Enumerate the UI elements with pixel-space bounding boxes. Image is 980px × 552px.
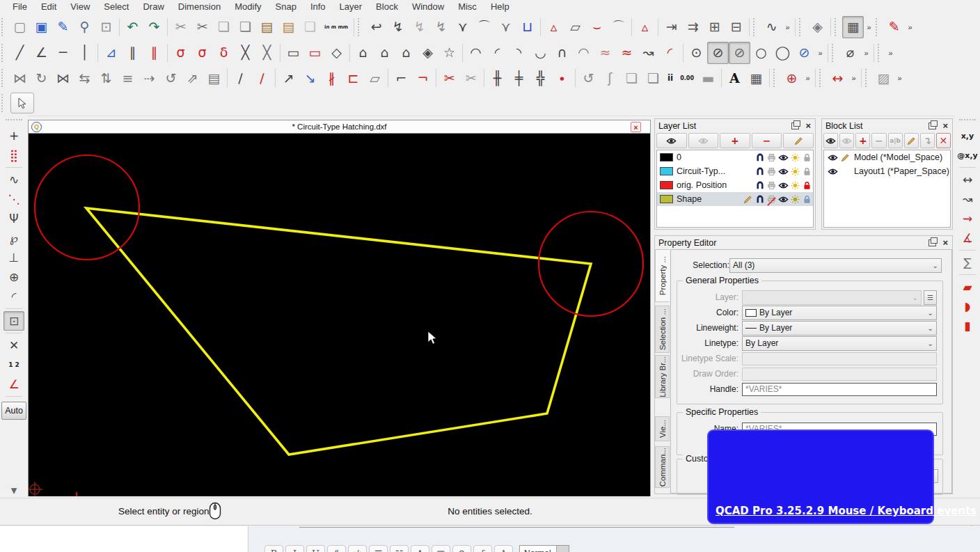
offset-simple-button[interactable]: ▱ <box>364 67 386 89</box>
close-drawing-button[interactable]: × <box>631 122 641 132</box>
toolbar-handle[interactable] <box>959 119 976 125</box>
qcad-events-link[interactable]: QCAD Pro 3.25.2.9 Mouse / Keyboard event… <box>716 505 977 517</box>
arc-concentric-distance-button[interactable]: ≈ <box>616 42 638 64</box>
overflow-button[interactable]: » <box>848 68 859 88</box>
overflow-button[interactable]: » <box>815 43 825 63</box>
offset-button[interactable]: ⊏ <box>342 67 364 89</box>
polygon-center-corner-button[interactable]: ⌂ <box>352 42 374 64</box>
shrink-button[interactable]: ↘ <box>299 67 321 89</box>
undo-button[interactable]: ↶ <box>122 16 143 38</box>
circle-2-points-button[interactable]: ○ <box>750 42 772 64</box>
selection-pointer-button[interactable] <box>10 93 34 113</box>
arc-start-end-button[interactable]: ↝ <box>638 42 659 64</box>
layer-lock-icon[interactable] <box>801 153 813 162</box>
rectangle-size-button[interactable]: ▭ <box>304 42 326 64</box>
isometric-projection-button[interactable]: ◈ <box>807 16 828 38</box>
polyline-offset-button[interactable]: ▱ <box>564 16 586 38</box>
line-2-points-button[interactable]: ╱ <box>9 42 31 64</box>
rotate-two-centers-button[interactable]: ↺ <box>160 67 182 89</box>
layer-frozen-sun-icon[interactable] <box>789 167 801 176</box>
coordinate-relative-button[interactable]: @x,y <box>954 145 980 165</box>
copy-button[interactable]: ❏ <box>213 16 235 38</box>
copy-with-reference-button[interactable]: ❏ <box>235 16 256 38</box>
round-corner-button[interactable]: ⌐ <box>390 67 412 89</box>
layer-visibility-eye-icon[interactable] <box>777 182 789 189</box>
break-out-segment-button[interactable]: ✂ <box>460 67 482 89</box>
split-at-points-button[interactable]: ╪ <box>508 67 530 89</box>
line-bisector-button[interactable]: ⊿ <box>100 42 122 64</box>
line-tangent-angle-button[interactable]: σ <box>191 42 213 64</box>
cut-with-reference-button[interactable]: ✂ <box>191 16 213 38</box>
star-button[interactable]: ☆ <box>438 42 460 64</box>
overflow-button[interactable]: » <box>861 43 871 63</box>
line-horizontal-button[interactable]: ─ <box>52 42 74 64</box>
paint-format-button[interactable]: ▬ <box>697 67 719 89</box>
menu-dimension[interactable]: Dimension <box>171 0 228 14</box>
snap-on-entity-button[interactable]: ℘ <box>3 228 24 248</box>
insert-block-button[interactable]: ↴ <box>920 133 935 148</box>
lineweight-combobox[interactable]: By Layer⌄ <box>742 321 937 336</box>
new-file-button[interactable]: ▢ <box>9 16 31 38</box>
arc-tangent-point-button[interactable]: ◜ <box>659 42 681 64</box>
add-layer-button[interactable]: + <box>720 133 750 148</box>
auto-spacing-button[interactable]: 0.00 <box>677 67 697 89</box>
flip-horizontal-button[interactable]: ⇆ <box>74 67 95 89</box>
bold-button[interactable]: B <box>264 545 283 552</box>
coordinate-xy-button[interactable]: x,y <box>954 126 980 145</box>
layer-print-icon[interactable] <box>766 195 777 204</box>
polyline-insert-node-button[interactable]: ↯ <box>430 16 452 38</box>
layer-row[interactable]: orig. Position <box>657 178 813 192</box>
circle-3-points-button[interactable]: ⊘ <box>793 42 815 64</box>
layer-combobox[interactable]: ⌄ <box>742 290 922 305</box>
detect-duplicates-button[interactable]: ∦ <box>321 67 342 89</box>
overflow-button[interactable]: » <box>905 17 915 37</box>
math-button[interactable]: ƒ <box>473 545 492 552</box>
menu-snap[interactable]: Snap <box>269 0 303 14</box>
angle-button[interactable]: ∡ <box>957 228 978 248</box>
block-row[interactable]: Layout1 (*Paper_Space) <box>824 164 950 178</box>
menu-edit[interactable]: Edit <box>34 0 63 14</box>
layer-row[interactable]: Shape <box>657 192 813 206</box>
layer-lock-icon[interactable] <box>801 195 813 204</box>
link-button[interactable]: ⚲ <box>452 545 471 552</box>
polyline-delete-segments-button[interactable]: ↯ <box>409 16 430 38</box>
paragraph-format-select[interactable]: Normal <box>519 545 569 552</box>
edit-layer-button[interactable] <box>783 133 814 148</box>
align-button[interactable]: ≡ <box>117 67 139 89</box>
add-block-button[interactable]: + <box>855 133 870 148</box>
arc-3-points-button[interactable]: ◠ <box>465 42 487 64</box>
layer-menu-button[interactable]: ☰ <box>924 290 937 305</box>
move-rotate-button[interactable]: ↻ <box>31 67 52 89</box>
snap-coordinate-button[interactable]: ∠ <box>3 374 24 394</box>
menu-misc[interactable]: Misc <box>451 0 484 14</box>
menu-info[interactable]: Info <box>303 0 333 14</box>
block-visibility-eye-icon[interactable] <box>826 154 839 161</box>
menu-layer[interactable]: Layer <box>333 0 370 14</box>
purge-block-button[interactable]: ✕ <box>936 133 951 148</box>
snap-free-button[interactable]: + <box>3 126 24 145</box>
layer-frozen-sun-icon[interactable] <box>789 195 801 204</box>
snap-auto-button[interactable]: ∿ <box>3 170 24 189</box>
arc-concentric-button[interactable]: ≈ <box>594 42 616 64</box>
hide-all-layers-button[interactable] <box>688 133 719 148</box>
snap-endpoints-button[interactable]: Ψ <box>3 209 24 228</box>
layer-row[interactable]: 0 <box>657 150 813 164</box>
circle-2-points-radius-button[interactable]: ◯ <box>772 42 793 64</box>
point-button[interactable]: ⊕ <box>781 67 803 89</box>
snap-intersection-button[interactable]: ✕ <box>3 336 24 355</box>
layer-print-icon[interactable] <box>766 181 777 190</box>
polyline-add-vertex-button[interactable]: ⋎ <box>452 16 473 38</box>
menu-window[interactable]: Window <box>405 0 451 14</box>
distance-entity-point-button[interactable]: ↝ <box>957 189 978 209</box>
box-join-button[interactable]: ⊞ <box>704 16 725 38</box>
polyline-delete-node-button[interactable]: ↯ <box>387 16 409 38</box>
menu-view[interactable]: View <box>63 0 97 14</box>
toolbar-handle[interactable] <box>1 44 7 62</box>
toolbar-handle[interactable] <box>876 18 881 36</box>
toolbar-handle[interactable] <box>835 18 840 36</box>
layer-row[interactable]: Circuit-Typ... <box>657 164 813 178</box>
drawing-canvas[interactable] <box>29 134 650 496</box>
line-vertical-button[interactable]: │ <box>74 42 95 64</box>
draw-order-button[interactable]: ▤ <box>203 67 225 89</box>
toolbar-handle[interactable] <box>773 69 779 87</box>
